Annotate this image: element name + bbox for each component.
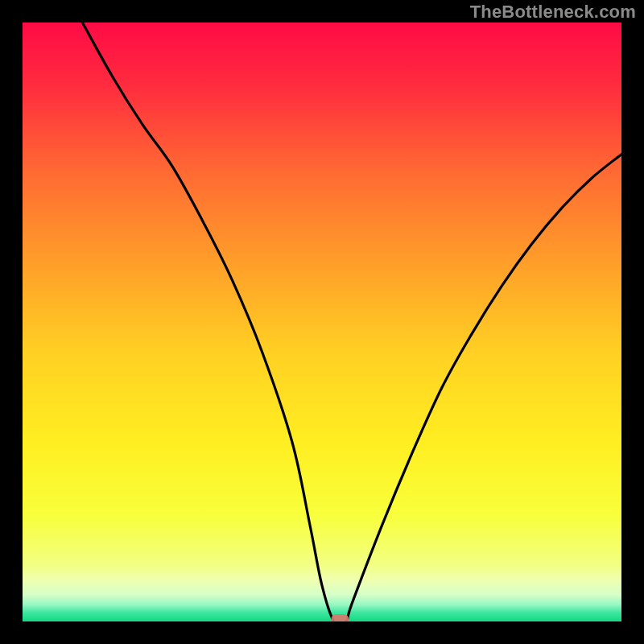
optimal-point-marker — [331, 614, 349, 621]
chart-frame: TheBottleneck.com — [0, 0, 644, 644]
watermark-text: TheBottleneck.com — [470, 2, 636, 23]
chart-svg — [23, 23, 621, 621]
bottleneck-plot — [23, 23, 621, 621]
gradient-background — [23, 23, 621, 621]
